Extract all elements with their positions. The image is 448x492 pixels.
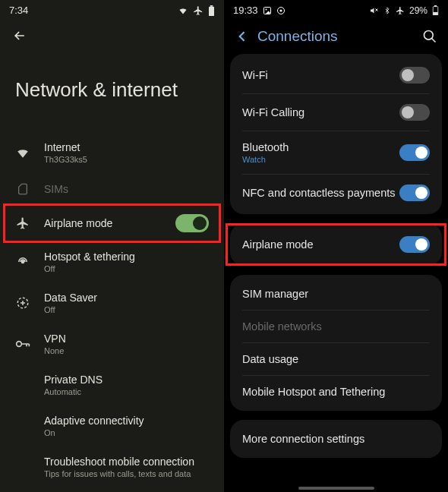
svg-rect-0 — [209, 6, 214, 15]
back-button[interactable] — [235, 29, 250, 44]
settings-row-data-saver[interactable]: Data SaverOff — [0, 282, 224, 323]
svg-rect-12 — [433, 12, 438, 15]
row-toggle[interactable] — [399, 67, 430, 84]
svg-point-4 — [17, 342, 22, 347]
battery-status-icon — [432, 5, 439, 15]
row-toggle[interactable] — [399, 144, 430, 161]
airplane-mode-row[interactable]: Airplane mode — [230, 226, 442, 263]
settings-row-sim-manager[interactable]: SIM manager — [230, 278, 442, 310]
svg-point-8 — [279, 9, 282, 11]
battery-status-icon — [208, 5, 215, 16]
airplane-group: Airplane mode — [230, 223, 442, 266]
chevron-left-icon — [235, 29, 250, 44]
settings-row-airplane-mode[interactable]: Airplane mode — [0, 205, 224, 241]
status-right: 29% — [370, 5, 439, 16]
page-title: Connections — [257, 28, 415, 45]
wifi-icon — [15, 146, 30, 159]
row-label: SIMs — [44, 183, 209, 195]
settings-row-bluetooth[interactable]: BluetoothWatch — [230, 131, 442, 174]
header: Connections — [224, 20, 448, 54]
wifi-status-icon — [178, 6, 188, 15]
mute-status-icon — [370, 6, 379, 15]
app-status-icon — [276, 6, 286, 15]
settings-row-hotspot-tethering[interactable]: Hotspot & tetheringOff — [0, 241, 224, 282]
row-label: VPN — [44, 333, 209, 345]
settings-row-mobile-hotspot-and-tethering[interactable]: Mobile Hotspot and Tethering — [230, 376, 442, 408]
row-label: Mobile networks — [242, 320, 430, 333]
page-title: Network & internet — [15, 78, 209, 102]
row-label: Airplane mode — [44, 217, 162, 229]
status-left: 19:33 — [233, 5, 286, 16]
settings-row-private-dns[interactable]: Private DNSAutomatic — [0, 364, 224, 405]
row-label: Adaptive connectivity — [44, 415, 209, 427]
bt-status-icon — [383, 6, 391, 15]
svg-point-6 — [265, 8, 267, 10]
svg-point-2 — [22, 261, 24, 263]
row-toggle[interactable] — [399, 104, 430, 121]
settings-row-troubleshoot-mobile-connection[interactable]: Troubleshoot mobile connectionTips for i… — [0, 446, 224, 487]
row-toggle[interactable] — [175, 214, 209, 232]
row-label: Data usage — [242, 353, 430, 365]
row-sublabel: Off — [44, 305, 209, 314]
settings-list: InternetTh3G33ks5SIMsAirplane modeHotspo… — [0, 132, 224, 487]
gesture-handle[interactable] — [298, 487, 374, 490]
row-label: Wi-Fi — [242, 69, 399, 81]
sim-icon — [15, 182, 30, 196]
row-label: Internet — [44, 141, 209, 153]
row-label: SIM manager — [242, 288, 430, 300]
back-arrow-icon — [12, 28, 27, 43]
row-label: Bluetooth — [242, 141, 399, 153]
settings-row-data-usage[interactable]: Data usage — [230, 343, 442, 375]
more-settings-label: More connection settings — [242, 433, 430, 445]
row-sublabel: Tips for issues with calls, texts and da… — [44, 469, 209, 478]
settings-row-adaptive-connectivity[interactable]: Adaptive connectivityOn — [0, 405, 224, 446]
settings-row-sims[interactable]: SIMs — [0, 173, 224, 205]
connections-group-2: SIM managerMobile networksData usageMobi… — [230, 275, 442, 411]
right-phone: 19:33 29% Connections Wi-FiWi-Fi Calling… — [224, 0, 448, 492]
hotspot-icon — [15, 255, 30, 269]
status-time: 7:34 — [9, 5, 28, 16]
airplane-icon — [15, 216, 30, 230]
row-label: Wi-Fi Calling — [242, 106, 399, 118]
svg-point-14 — [424, 31, 434, 40]
row-label: Mobile Hotspot and Tethering — [242, 386, 430, 398]
row-sublabel: On — [44, 428, 209, 437]
airplane-mode-toggle[interactable] — [399, 236, 430, 253]
image-status-icon — [263, 6, 272, 15]
connections-group-1: Wi-FiWi-Fi CallingBluetoothWatchNFC and … — [230, 54, 442, 214]
row-sublabel: Watch — [242, 155, 399, 164]
status-time: 19:33 — [233, 5, 258, 16]
more-group: More connection settings — [230, 420, 442, 458]
row-label: NFC and contactless payments — [242, 187, 399, 199]
svg-rect-1 — [210, 5, 213, 7]
svg-line-15 — [432, 39, 436, 43]
datasaver-icon — [15, 296, 30, 310]
row-toggle[interactable] — [399, 184, 430, 201]
airplane-status-icon — [396, 6, 405, 15]
row-label: Hotspot & tethering — [44, 251, 209, 263]
back-button[interactable] — [0, 20, 224, 48]
row-label: Data Saver — [44, 292, 209, 304]
row-sublabel: Automatic — [44, 387, 209, 396]
row-sublabel: None — [44, 346, 209, 355]
battery-percent: 29% — [409, 5, 427, 16]
row-label: Private DNS — [44, 374, 209, 386]
settings-row-wi-fi[interactable]: Wi-Fi — [230, 57, 442, 93]
settings-row-vpn[interactable]: VPNNone — [0, 323, 224, 364]
svg-rect-13 — [434, 5, 437, 7]
status-bar: 19:33 29% — [224, 0, 448, 20]
vpn-icon — [15, 339, 30, 349]
settings-row-nfc-and-contactless-payments[interactable]: NFC and contactless payments — [230, 175, 442, 211]
search-icon — [422, 29, 437, 44]
page-title-wrap: Network & internet — [0, 48, 224, 132]
settings-row-wi-fi-calling[interactable]: Wi-Fi Calling — [230, 94, 442, 131]
status-icons — [178, 5, 215, 16]
left-phone: 7:34 Network & internet InternetTh3G33ks… — [0, 0, 224, 492]
settings-row-mobile-networks[interactable]: Mobile networks — [230, 311, 442, 342]
airplane-mode-label: Airplane mode — [242, 238, 399, 251]
more-settings-row[interactable]: More connection settings — [230, 423, 442, 455]
settings-row-internet[interactable]: InternetTh3G33ks5 — [0, 132, 224, 173]
search-button[interactable] — [422, 29, 437, 44]
status-bar: 7:34 — [0, 0, 224, 20]
airplane-status-icon — [193, 5, 203, 16]
